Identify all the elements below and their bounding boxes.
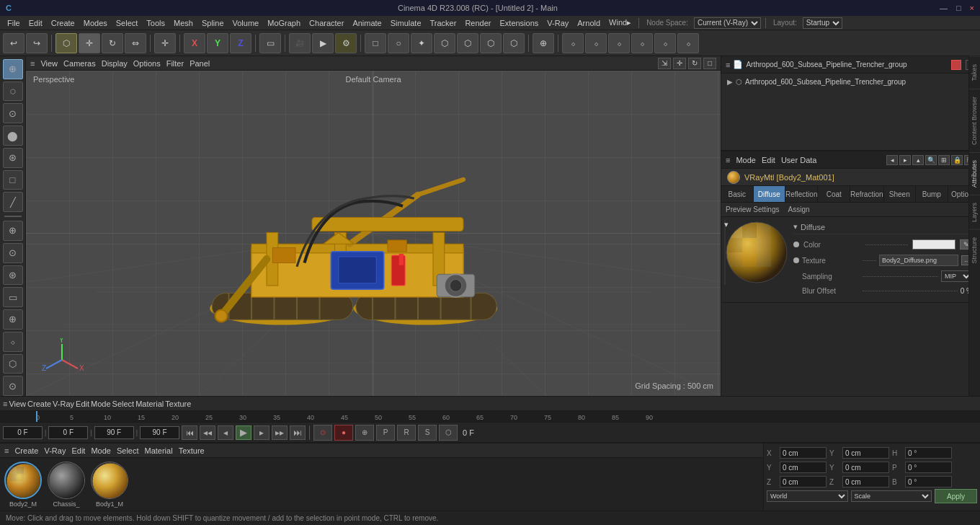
more4-btn[interactable]: ⬦ xyxy=(631,33,653,53)
menu-mesh[interactable]: Mesh xyxy=(169,17,197,29)
attr-tab-sheen[interactable]: Sheen xyxy=(884,186,917,202)
key-pos-btn[interactable]: P xyxy=(376,425,395,441)
mat-menu-mode[interactable]: Mode xyxy=(91,446,111,455)
cube-btn[interactable]: □ xyxy=(365,33,386,53)
vp-menu-view[interactable]: View xyxy=(40,59,58,68)
attr-tab-basic[interactable]: Basic xyxy=(721,186,754,202)
pos-y-input[interactable] xyxy=(842,447,889,459)
mat-menu-select[interactable]: Select xyxy=(117,446,139,455)
tool-5[interactable]: ⊕ xyxy=(3,221,23,241)
frame-end2-input[interactable] xyxy=(140,426,179,439)
tool-6[interactable]: ⊙ xyxy=(3,243,23,263)
rewind-to-start-btn[interactable]: ⏮ xyxy=(182,425,197,440)
more5-btn[interactable]: ⬦ xyxy=(654,33,676,53)
select-rect-btn[interactable]: ▭ xyxy=(259,33,281,53)
pos-y2-input[interactable] xyxy=(780,462,827,473)
apply-button[interactable]: Apply xyxy=(935,489,977,503)
key-rot-btn[interactable]: R xyxy=(397,425,416,441)
attr-filter-btn[interactable]: ⊞ xyxy=(938,155,950,165)
tool-9[interactable]: ⊕ xyxy=(3,309,23,330)
menu-create[interactable]: Create xyxy=(47,17,79,29)
mode-move-btn[interactable]: ✛ xyxy=(79,33,100,53)
fwd-to-end-btn[interactable]: ⏭ xyxy=(290,425,306,440)
undo-btn[interactable]: ↩ xyxy=(3,33,24,53)
more1-btn[interactable]: ⬦ xyxy=(562,33,584,53)
tool-sculpt[interactable]: ⬤ xyxy=(3,125,23,146)
mat-menu-vray[interactable]: V-Ray xyxy=(44,446,66,455)
maximize-btn[interactable]: □ xyxy=(956,4,961,12)
minimize-btn[interactable]: — xyxy=(940,4,948,12)
rot-b-input[interactable] xyxy=(905,476,952,488)
texture-dropdown[interactable]: Body2_Diffuse.png xyxy=(879,255,958,266)
layout-dropdown[interactable]: Startup xyxy=(803,17,842,29)
attr-tab-coat[interactable]: Coat xyxy=(818,186,850,202)
mat-menu-material[interactable]: Material xyxy=(145,446,173,455)
menu-modes[interactable]: Modes xyxy=(79,17,112,29)
preview-settings-btn[interactable]: Preview Settings xyxy=(726,206,779,213)
key-scale-btn[interactable]: S xyxy=(418,425,437,441)
menu-animate[interactable]: Animate xyxy=(348,17,386,29)
vp-ctrl-4[interactable]: □ xyxy=(703,58,716,69)
more2-btn[interactable]: ⬦ xyxy=(585,33,607,53)
more6-btn[interactable]: ⬦ xyxy=(677,33,699,53)
tool-hair[interactable]: ⊛ xyxy=(3,148,23,168)
nodespace-dropdown[interactable]: Current (V-Ray) xyxy=(694,17,761,29)
attr-menu-userdata[interactable]: User Data xyxy=(781,156,817,164)
attr-fwd-btn[interactable]: ▸ xyxy=(899,155,911,165)
color-swatch[interactable] xyxy=(912,239,956,250)
menu-simulate[interactable]: Simulate xyxy=(386,17,426,29)
tab-content-browser[interactable]: Content Browser xyxy=(969,89,980,152)
attr-tab-refraction[interactable]: Refraction xyxy=(850,186,884,202)
redo-btn[interactable]: ↪ xyxy=(26,33,48,53)
menu-mograph[interactable]: MoGraph xyxy=(263,17,305,29)
vp-ctrl-1[interactable]: ⇲ xyxy=(658,58,671,69)
more3-btn[interactable]: ⬦ xyxy=(608,33,630,53)
tab-attributes[interactable]: Attributes xyxy=(969,152,980,195)
array-btn[interactable]: ⬡ xyxy=(480,33,502,53)
preview-collapse-arrow[interactable]: ▾ xyxy=(724,220,726,285)
render-btn[interactable]: ⚙ xyxy=(335,33,357,53)
key-all-btn[interactable]: ⊕ xyxy=(355,425,374,441)
menu-arnold[interactable]: Arnold xyxy=(573,17,605,29)
vp-menu-filter[interactable]: Filter xyxy=(166,59,184,68)
mode-rotate-btn[interactable]: ↻ xyxy=(102,33,123,53)
tl-menu-view[interactable]: View xyxy=(9,400,26,408)
menu-vray[interactable]: V-Ray xyxy=(543,17,573,29)
menu-file[interactable]: File xyxy=(3,17,24,29)
transform-dropdown[interactable]: Scale Move Rotate xyxy=(851,490,932,502)
deform-btn[interactable]: ⬡ xyxy=(457,33,478,53)
menu-select[interactable]: Select xyxy=(112,17,143,29)
step-fwd-btn[interactable]: ▸▸ xyxy=(272,425,288,440)
tool-7[interactable]: ⊛ xyxy=(3,265,23,286)
titlebar-controls[interactable]: — □ × xyxy=(940,4,974,12)
vp-ctrl-3[interactable]: ↻ xyxy=(688,58,701,69)
cam-btn2[interactable]: ⬡ xyxy=(434,33,455,53)
material-item-body1[interactable]: Body1_M xyxy=(91,462,128,508)
mat-menu-texture[interactable]: Texture xyxy=(179,446,205,455)
frame-current-input[interactable] xyxy=(3,426,43,439)
tl-menu-mode[interactable]: Mode xyxy=(91,400,111,408)
tab-structure[interactable]: Structure xyxy=(969,229,980,271)
menu-edit[interactable]: Edit xyxy=(24,17,47,29)
vp-menu-display[interactable]: Display xyxy=(102,59,128,68)
tl-menu-texture[interactable]: Texture xyxy=(165,400,191,408)
frame-start-input[interactable] xyxy=(48,426,88,439)
tool-10[interactable]: ⬦ xyxy=(3,332,23,352)
attr-menu-edit[interactable]: Edit xyxy=(762,156,775,164)
step-back-btn[interactable]: ◂◂ xyxy=(200,425,215,440)
material-item-chassis[interactable]: Chassis_ xyxy=(48,462,85,508)
tl-menu-edit[interactable]: Edit xyxy=(76,400,89,408)
attr-tab-diffuse[interactable]: Diffuse xyxy=(754,186,786,202)
vp-ctrl-2[interactable]: ✛ xyxy=(673,58,686,69)
tool-paint[interactable]: ⊙ xyxy=(3,103,23,123)
sphere-btn[interactable]: ○ xyxy=(388,33,409,53)
material-thumb-body1[interactable] xyxy=(91,462,128,499)
tl-menu-vray[interactable]: V-Ray xyxy=(53,400,74,408)
rot-h-input[interactable] xyxy=(905,447,952,459)
menu-volume[interactable]: Volume xyxy=(228,17,264,29)
light-btn[interactable]: ✦ xyxy=(411,33,432,53)
vp-menu-cameras[interactable]: Cameras xyxy=(63,59,96,68)
play-btn[interactable]: ▶ xyxy=(236,425,251,440)
menu-character[interactable]: Character xyxy=(305,17,348,29)
record-btn[interactable]: ● xyxy=(334,425,353,441)
